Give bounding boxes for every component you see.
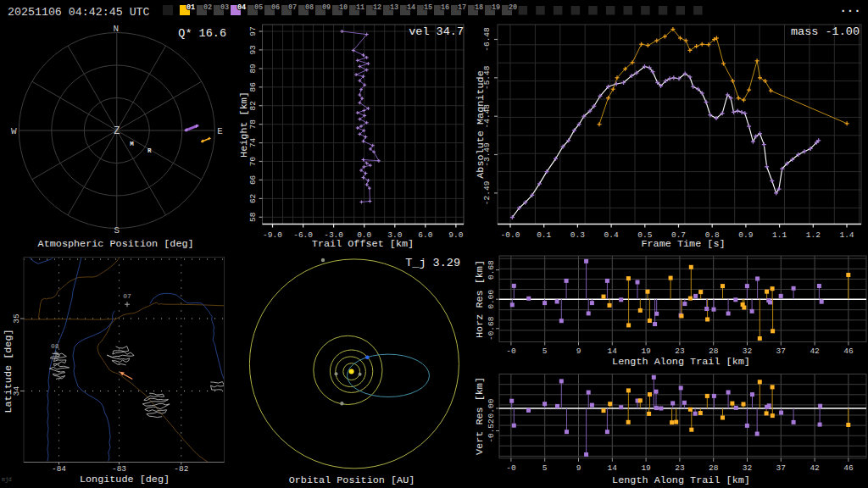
svg-text:mass -1.00: mass -1.00 [791, 25, 860, 38]
svg-text:Vert Res [km]: Vert Res [km] [474, 377, 486, 455]
svg-text:03: 03 [220, 3, 229, 12]
svg-text:46: 46 [843, 463, 854, 473]
svg-text:46: 46 [843, 347, 854, 356]
svg-text:-9.0: -9.0 [263, 230, 282, 240]
svg-text:14: 14 [407, 3, 415, 12]
svg-text:E: E [217, 126, 223, 136]
svg-text:62: 62 [248, 193, 258, 203]
svg-text:97: 97 [248, 26, 258, 36]
svg-text:-0.0: -0.0 [501, 230, 520, 240]
svg-text:19: 19 [641, 347, 651, 356]
svg-text:14: 14 [608, 347, 618, 356]
svg-text:M: M [130, 141, 134, 147]
svg-text:Atmospheric Position [deg]: Atmospheric Position [deg] [38, 238, 194, 250]
svg-text:-6.0: -6.0 [293, 230, 313, 240]
svg-text:37: 37 [776, 463, 786, 473]
svg-text:1.1: 1.1 [772, 230, 787, 240]
svg-text:35: 35 [12, 313, 21, 324]
svg-text:08: 08 [305, 3, 314, 12]
svg-text:42: 42 [810, 347, 820, 356]
svg-text:Trail Offset [km]: Trail Offset [km] [312, 238, 414, 250]
svg-text:0.9: 0.9 [738, 230, 753, 240]
svg-text:9: 9 [576, 347, 581, 356]
svg-text:93: 93 [248, 45, 258, 55]
svg-text:5: 5 [542, 347, 548, 356]
svg-text:N: N [114, 24, 120, 34]
svg-text:Length Along Trail [km]: Length Along Trail [km] [612, 474, 750, 486]
svg-text:-0.68: -0.68 [487, 316, 496, 341]
svg-text:20251106 04:42:45 UTC: 20251106 04:42:45 UTC [8, 6, 150, 19]
svg-text:W: W [11, 126, 17, 136]
svg-text:Longitude [deg]: Longitude [deg] [80, 474, 170, 485]
svg-text:09: 09 [322, 3, 331, 12]
svg-text:mjd: mjd [2, 477, 12, 483]
svg-text:05: 05 [254, 3, 263, 12]
svg-text:-0: -0 [506, 347, 516, 356]
svg-text:16: 16 [441, 3, 449, 12]
svg-text:06: 06 [271, 3, 280, 12]
svg-text:66: 66 [248, 175, 258, 185]
svg-text:Frame Time [s]: Frame Time [s] [641, 238, 725, 250]
svg-text:Latitude [deg]: Latitude [deg] [3, 329, 14, 413]
svg-text:0.00: 0.00 [487, 398, 496, 418]
svg-text:-2.49: -2.49 [482, 180, 492, 205]
svg-text:13: 13 [390, 3, 398, 12]
svg-text:5: 5 [542, 463, 548, 473]
svg-text:32: 32 [743, 463, 753, 473]
svg-text:23: 23 [675, 463, 685, 473]
svg-text:0.1: 0.1 [537, 230, 551, 240]
svg-text:10: 10 [339, 3, 348, 12]
svg-text:08: 08 [51, 342, 59, 350]
svg-text:R: R [147, 147, 152, 154]
svg-text:-82: -82 [174, 464, 188, 474]
svg-text:Absolute Magnitude: Absolute Magnitude [475, 70, 487, 178]
svg-text:Orbital Position [AU]: Orbital Position [AU] [289, 474, 415, 486]
svg-text:18: 18 [475, 3, 483, 12]
svg-text:01: 01 [186, 3, 195, 12]
svg-text:Z: Z [114, 125, 120, 137]
svg-text:14: 14 [608, 463, 618, 473]
svg-text:0.00: 0.00 [487, 290, 496, 309]
svg-text:9: 9 [576, 463, 581, 473]
svg-text:86: 86 [248, 82, 258, 92]
svg-text:89: 89 [248, 64, 258, 74]
svg-text:0.4: 0.4 [604, 230, 619, 240]
svg-text:S: S [114, 225, 120, 236]
svg-text:...: ... [839, 2, 860, 15]
svg-text:-84: -84 [52, 464, 66, 474]
svg-text:28: 28 [709, 463, 719, 473]
svg-text:37: 37 [776, 347, 786, 356]
svg-text:vel 34.7: vel 34.7 [409, 25, 464, 38]
svg-text:-0: -0 [506, 463, 516, 473]
svg-text:15: 15 [424, 3, 432, 12]
svg-text:19: 19 [492, 3, 500, 12]
svg-text:23: 23 [675, 347, 685, 356]
svg-text:28: 28 [709, 347, 719, 356]
svg-text:12: 12 [373, 3, 381, 12]
svg-text:0.3: 0.3 [570, 230, 585, 240]
svg-text:02: 02 [203, 3, 212, 12]
svg-text:04: 04 [237, 3, 246, 12]
svg-text:42: 42 [810, 463, 820, 473]
svg-text:19: 19 [641, 463, 651, 473]
svg-text:9.0: 9.0 [448, 230, 463, 240]
svg-text:32: 32 [743, 347, 753, 356]
svg-text:11: 11 [356, 3, 364, 12]
svg-text:6.0: 6.0 [418, 230, 432, 240]
svg-text:20: 20 [509, 3, 517, 12]
svg-text:07: 07 [123, 292, 131, 300]
svg-text:1.4: 1.4 [839, 230, 854, 240]
svg-text:Q* 16.6: Q* 16.6 [178, 27, 226, 40]
svg-text:17: 17 [458, 3, 466, 12]
svg-text:Length Along Trail [km]: Length Along Trail [km] [612, 356, 750, 368]
svg-text:58: 58 [248, 212, 258, 222]
svg-text:-0.52: -0.52 [487, 419, 496, 443]
svg-text:1.2: 1.2 [806, 230, 821, 240]
svg-text:0.68: 0.68 [487, 260, 496, 280]
svg-text:07: 07 [288, 3, 297, 12]
svg-text:-6.48: -6.48 [482, 27, 492, 52]
svg-text:T_j 3.29: T_j 3.29 [405, 257, 460, 269]
svg-text:Horz Res [km]: Horz Res [km] [474, 260, 486, 338]
svg-text:Height [km]: Height [km] [238, 92, 250, 158]
